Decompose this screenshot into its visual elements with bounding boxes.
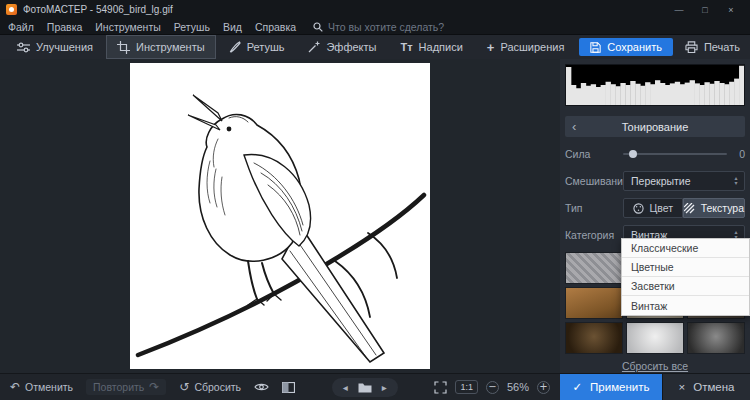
window-controls: — □ × (666, 0, 744, 19)
zoom-100-button[interactable]: 1:1 (455, 380, 478, 394)
blend-select[interactable]: Перекрытие ▴ ▾ (623, 171, 745, 191)
dropdown-option-vintage[interactable]: Винтаж (622, 296, 749, 315)
titlebar: ФотоМАСТЕР - 54906_bird_lg.gif — □ × (0, 0, 750, 19)
tab-label: Расширения (500, 41, 564, 53)
type-texture-label: Текстура (701, 202, 744, 214)
texture-icon (684, 203, 695, 214)
plus-icon: + (487, 40, 495, 55)
tab-captions[interactable]: Tт Надписи (389, 35, 473, 59)
file-navigator: ◂ ▸ (332, 378, 398, 397)
cancel-button[interactable]: × Отмена (662, 374, 750, 400)
panel-header-toning[interactable]: ‹ Тонирование (565, 116, 745, 137)
zoom-out-button[interactable]: − (486, 381, 499, 394)
save-button[interactable]: Сохранить (579, 38, 673, 56)
tabbar: Улучшения Инструменты Ретушь Эффекты Tт … (0, 35, 750, 59)
window-title: ФотоМАСТЕР - 54906_bird_lg.gif (23, 4, 173, 15)
sliders-icon (17, 42, 30, 53)
fit-screen-icon[interactable] (434, 381, 447, 394)
minimize-button[interactable]: — (666, 0, 692, 19)
maximize-button[interactable]: □ (692, 0, 718, 19)
zoom-controls: 1:1 − 56% + (434, 380, 550, 394)
history-controls: ↶ Отменить Повторить ↷ ↺ Сбросить (0, 379, 295, 395)
tab-tools[interactable]: Инструменты (106, 35, 216, 59)
help-search[interactable]: Что вы хотите сделать? (313, 21, 444, 33)
content: ‹ Тонирование Сила 0 Смешивание Перекрыт… (0, 59, 750, 373)
texture-thumbnail[interactable] (565, 322, 623, 354)
next-file-button[interactable]: ▸ (382, 382, 387, 393)
split-compare-icon (282, 382, 295, 393)
dropdown-option-colored[interactable]: Цветные (622, 258, 749, 277)
strength-slider[interactable] (623, 144, 727, 164)
blend-stepper[interactable]: ▴ ▾ (730, 176, 742, 186)
zoom-level: 56% (507, 381, 529, 393)
bird-line-art (130, 63, 430, 369)
save-icon (590, 42, 601, 53)
reset-all-link[interactable]: Сбросить все (565, 360, 745, 372)
undo-button[interactable]: ↶ Отменить (10, 381, 73, 393)
slider-handle[interactable] (629, 150, 637, 158)
apply-button[interactable]: ✓ Применить (560, 374, 662, 400)
tab-label: Инструменты (136, 41, 205, 53)
cancel-label: Отмена (693, 381, 734, 393)
magic-wand-icon (308, 41, 320, 53)
type-row: Тип Цвет Текстура (565, 198, 745, 218)
menu-edit[interactable]: Правка (47, 21, 82, 33)
tab-enhancements[interactable]: Улучшения (6, 35, 104, 59)
menu-file[interactable]: Файл (8, 21, 34, 33)
app-window: ФотоМАСТЕР - 54906_bird_lg.gif — □ × Фай… (0, 0, 750, 400)
compare-before-after-button[interactable] (282, 382, 295, 393)
redo-label: Повторить (93, 381, 144, 393)
app-icon (6, 4, 17, 15)
print-button-label: Печать (704, 41, 740, 53)
save-button-label: Сохранить (607, 41, 662, 53)
menubar: Файл Правка Инструменты Ретушь Вид Справ… (0, 19, 750, 35)
tab-label: Ретушь (247, 41, 285, 53)
slider-track (623, 153, 727, 155)
close-icon: × (678, 381, 685, 393)
bottombar: ↶ Отменить Повторить ↷ ↺ Сбросить ◂ ▸ (0, 373, 750, 400)
zoom-in-button[interactable]: + (537, 381, 550, 394)
undo-label: Отменить (25, 381, 73, 393)
redo-icon: ↷ (149, 381, 159, 393)
tab-effects[interactable]: Эффекты (297, 35, 387, 59)
texture-thumbnail[interactable] (687, 322, 745, 354)
palette-icon (633, 203, 644, 214)
dropdown-option-flares[interactable]: Засветки (622, 277, 749, 296)
printer-icon (685, 41, 698, 53)
text-tool-icon: Tт (400, 41, 412, 53)
apply-label: Применить (590, 381, 649, 393)
search-icon (313, 22, 323, 32)
prev-file-button[interactable]: ◂ (343, 382, 348, 393)
texture-thumbnail[interactable] (626, 322, 684, 354)
blend-label: Смешивание (565, 175, 623, 187)
reset-icon: ↺ (179, 381, 189, 393)
type-color-label: Цвет (650, 202, 674, 214)
type-color-button[interactable]: Цвет (623, 198, 683, 218)
strength-value: 0 (727, 148, 745, 160)
print-button[interactable]: Печать (685, 41, 740, 53)
reset-button[interactable]: ↺ Сбросить (179, 381, 241, 393)
canvas-area[interactable] (0, 59, 560, 373)
menu-tools[interactable]: Инструменты (95, 21, 160, 33)
tabbar-actions: Сохранить Печать (579, 35, 744, 59)
menu-view[interactable]: Вид (223, 21, 242, 33)
brush-icon (229, 41, 241, 53)
folder-icon[interactable] (358, 382, 372, 393)
tab-extensions[interactable]: + Расширения (476, 35, 576, 59)
stepper-down-icon[interactable]: ▾ (734, 181, 737, 186)
redo-button[interactable]: Повторить ↷ (86, 379, 166, 395)
back-chevron-icon[interactable]: ‹ (572, 120, 576, 133)
strength-label: Сила (565, 148, 623, 160)
eye-icon (254, 382, 269, 392)
tab-label: Эффекты (326, 41, 376, 53)
texture-thumbnail[interactable] (565, 252, 623, 284)
tab-retouch[interactable]: Ретушь (218, 35, 296, 59)
type-texture-button[interactable]: Текстура (683, 198, 745, 218)
preview-original-button[interactable] (254, 382, 269, 392)
menu-help[interactable]: Справка (255, 21, 296, 33)
close-button[interactable]: × (718, 0, 744, 19)
menu-retouch[interactable]: Ретушь (174, 21, 210, 33)
undo-icon: ↶ (10, 381, 20, 393)
texture-thumbnail[interactable] (565, 287, 623, 319)
dropdown-option-classic[interactable]: Классические (622, 239, 749, 258)
